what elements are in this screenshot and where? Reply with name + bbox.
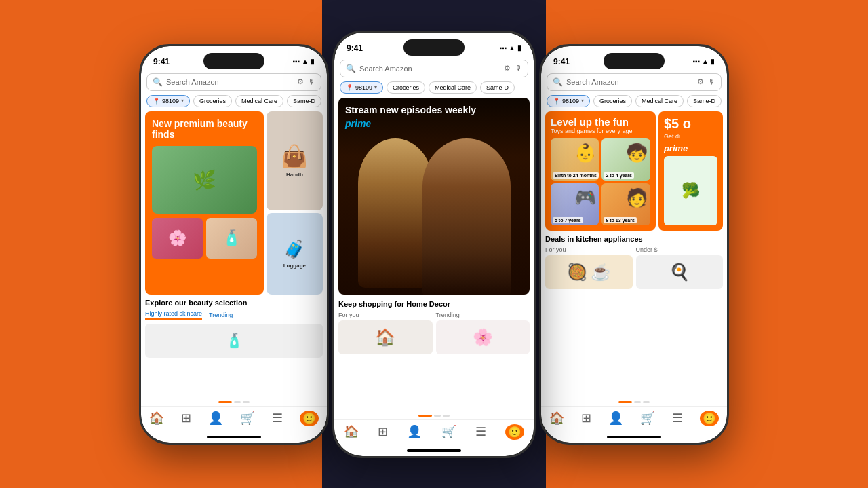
nav-profile[interactable]: 👤 xyxy=(407,424,422,439)
deals-grid: For you 🥘 ☕ Under $ 🍳 xyxy=(545,246,723,289)
nav-avatar[interactable]: 🙂 xyxy=(700,411,719,426)
center-home-indicator xyxy=(407,449,461,452)
location-text: 98109 xyxy=(355,84,372,91)
right-phone-notch xyxy=(604,53,665,69)
right-status-icons: ▪▪▪ ▲ ▮ xyxy=(692,58,715,65)
kid-icon: 🎮 xyxy=(574,187,596,208)
grocery-item: 🥦 xyxy=(664,156,717,225)
nav-qr[interactable]: ⊞ xyxy=(581,411,591,426)
camera-icon[interactable]: ⚙ xyxy=(504,64,511,73)
beauty-title: New premium beauty finds xyxy=(152,118,257,141)
nav-qr[interactable]: ⊞ xyxy=(378,424,388,439)
toaster-icon: 🥘 xyxy=(567,263,587,282)
camera-icon[interactable]: ⚙ xyxy=(697,77,704,86)
center-medical-pill[interactable]: Medical Care xyxy=(429,81,477,94)
nav-cart[interactable]: 🛒 xyxy=(441,424,456,439)
prime-offer-label: prime xyxy=(664,143,717,153)
left-status-time: 9:41 xyxy=(153,57,170,67)
mic-icon[interactable]: 🎙 xyxy=(708,77,715,86)
mic-icon[interactable]: 🎙 xyxy=(515,64,522,73)
age-cell-1: Birth to 24 months 👶 xyxy=(551,138,599,181)
nav-home[interactable]: 🏠 xyxy=(149,411,164,426)
search-icon: 🔍 xyxy=(553,77,563,87)
right-medical-pill[interactable]: Medical Care xyxy=(635,95,684,107)
right-location-pill[interactable]: 📍 98109 ▾ xyxy=(547,95,590,107)
battery-icon: ▮ xyxy=(517,44,521,52)
camera-icon[interactable]: ⚙ xyxy=(297,77,304,86)
left-home-indicator xyxy=(207,436,261,438)
nav-qr[interactable]: ⊞ xyxy=(181,411,191,426)
right-sameday-pill[interactable]: Same-D xyxy=(687,95,722,107)
deals-for-you-label: For you xyxy=(545,246,633,253)
trending-tab[interactable]: Trending xyxy=(209,312,233,318)
shopping-cards: For you 🏠 Trending 🌸 xyxy=(338,312,530,354)
nav-avatar[interactable]: 🙂 xyxy=(505,424,524,440)
left-search-bar[interactable]: 🔍 Search Amazon ⚙ 🎙 xyxy=(146,73,321,91)
right-status-time: 9:41 xyxy=(553,57,570,67)
scene: 9:41 ▪▪▪ ▲ ▮ 🔍 Search Amazon ⚙ � xyxy=(0,0,868,488)
skincare-item-1: 🧴 xyxy=(145,324,323,358)
nav-profile[interactable]: 👤 xyxy=(208,411,223,426)
center-category-pills: 📍 98109 ▾ Groceries Medical Care Same-D xyxy=(334,81,534,98)
right-category-pills: 📍 98109 ▾ Groceries Medical Care Same-D xyxy=(541,95,727,111)
nav-home[interactable]: 🏠 xyxy=(344,424,359,439)
center-phone-inner: 9:41 ▪▪▪ ▲ ▮ 🔍 Search Amazon ⚙ � xyxy=(334,33,534,456)
trending-col: Trending 🌸 xyxy=(436,312,530,354)
signal-icon: ▪▪▪ xyxy=(499,44,507,52)
groceries-pill[interactable]: Groceries xyxy=(193,95,232,107)
nav-menu[interactable]: ☰ xyxy=(272,411,283,426)
nav-menu[interactable]: ☰ xyxy=(475,424,486,439)
keep-shopping-section: Keep shopping for Home Decor For you 🏠 T… xyxy=(338,300,530,354)
right-groceries-pill[interactable]: Groceries xyxy=(593,95,632,107)
center-search-bar[interactable]: 🔍 Search Amazon ⚙ 🎙 xyxy=(340,60,528,77)
nav-home[interactable]: 🏠 xyxy=(549,411,564,426)
left-status-icons: ▪▪▪ ▲ ▮ xyxy=(292,58,315,65)
battery-icon: ▮ xyxy=(311,58,315,65)
nav-profile[interactable]: 👤 xyxy=(608,411,623,426)
prime-label: prime xyxy=(345,118,371,129)
nav-avatar[interactable]: 🙂 xyxy=(300,411,319,426)
beauty-products-row: 🌸 🧴 xyxy=(152,218,257,259)
center-search-actions: ⚙ 🎙 xyxy=(504,64,522,73)
handbag-card: 👜 Handb xyxy=(267,111,323,210)
center-phone: 9:41 ▪▪▪ ▲ ▮ 🔍 Search Amazon ⚙ � xyxy=(332,31,536,458)
appliance-items: 🥘 ☕ xyxy=(545,255,633,289)
center-scroll-indicator xyxy=(334,412,534,419)
scroll-dot-2 xyxy=(443,415,450,417)
scroll-dot-1 xyxy=(234,401,241,403)
deals-section: Deals in kitchen appliances For you 🥘 ☕ xyxy=(545,235,723,289)
nav-cart[interactable]: 🛒 xyxy=(640,411,655,426)
wifi-icon: ▲ xyxy=(509,44,515,52)
center-sameday-pill[interactable]: Same-D xyxy=(480,81,515,94)
location-icon: 📍 xyxy=(153,98,160,105)
nav-cart[interactable]: 🛒 xyxy=(240,411,255,426)
center-groceries-pill[interactable]: Groceries xyxy=(387,81,425,94)
left-phone-notch xyxy=(203,53,264,69)
center-bottom-nav: 🏠 ⊞ 👤 🛒 ☰ 🙂 xyxy=(334,419,534,447)
nav-menu[interactable]: ☰ xyxy=(672,411,683,426)
for-you-col: For you 🏠 xyxy=(338,312,433,354)
mic-icon[interactable]: 🎙 xyxy=(308,77,315,86)
right-search-bar[interactable]: 🔍 Search Amazon ⚙ 🎙 xyxy=(547,73,722,91)
right-search-text: Search Amazon xyxy=(566,78,694,86)
location-icon: 📍 xyxy=(346,84,353,91)
sameday-pill[interactable]: Same-D xyxy=(287,95,321,107)
cream-product: 🧴 xyxy=(206,218,257,259)
center-status-time: 9:41 xyxy=(347,43,363,53)
right-phone-screen: 9:41 ▪▪▪ ▲ ▮ 🔍 Search Amazon ⚙ � xyxy=(541,46,727,443)
trending-product: 🌸 xyxy=(436,320,530,354)
location-pill[interactable]: 📍 98109 ▾ xyxy=(146,95,190,107)
age-label-2: 2 to 4 years xyxy=(604,172,634,179)
skincare-tab[interactable]: Highly rated skincare xyxy=(145,310,202,320)
center-location-pill[interactable]: 📍 98109 ▾ xyxy=(340,81,383,94)
deals-title: Deals in kitchen appliances xyxy=(545,235,723,243)
scroll-dot-1 xyxy=(634,401,641,403)
chevron-down-icon: ▾ xyxy=(581,98,584,104)
medical-label: Medical Care xyxy=(241,98,277,105)
baby-icon: 👶 xyxy=(574,143,596,164)
medical-pill[interactable]: Medical Care xyxy=(235,95,283,107)
rop-hero: Stream new episodes weekly prime xyxy=(338,98,530,295)
skincare-products: 🧴 xyxy=(145,324,323,358)
age-grid: Birth to 24 months 👶 2 to 4 years 🧒 xyxy=(551,138,650,225)
age-cell-4: 8 to 13 years 🧑 xyxy=(601,183,650,225)
